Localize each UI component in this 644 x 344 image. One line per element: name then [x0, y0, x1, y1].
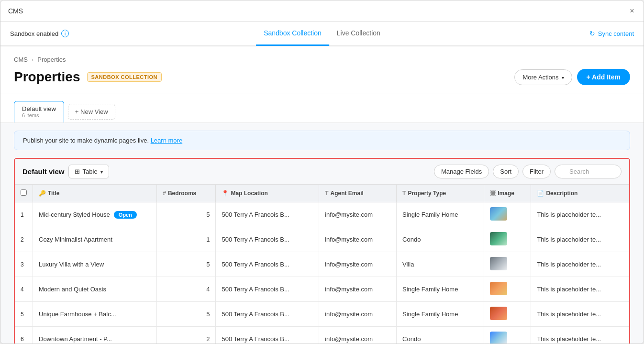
col-bedrooms: #Bedrooms — [157, 185, 216, 202]
main-content: CMS › Properties Properties SANDBOX COLL… — [0, 46, 644, 344]
breadcrumb: CMS › Properties — [14, 56, 630, 63]
cell-description: This is placeholder te... — [531, 302, 629, 327]
sync-icon: ↻ — [589, 30, 595, 37]
cell-title[interactable]: Unique Farmhouse + Balc... — [33, 302, 157, 327]
cell-image — [484, 252, 531, 277]
row-number: 5 — [15, 302, 33, 327]
checkbox-header[interactable] — [15, 185, 33, 202]
col-description: 📄Description — [531, 185, 629, 202]
table-row[interactable]: 3 Luxury Villa with a View 5 500 Terry A… — [15, 252, 629, 277]
table-type-chevron — [100, 168, 103, 175]
property-image — [490, 332, 507, 344]
cell-title[interactable]: Cozy Minimalist Apartment — [33, 227, 157, 252]
filter-button[interactable]: Filter — [522, 165, 551, 178]
breadcrumb-cms[interactable]: CMS — [14, 56, 28, 63]
cell-map-location: 500 Terry A Francois B... — [216, 227, 319, 252]
view-tabs-bar: Default view 6 items + New View — [0, 93, 644, 123]
page-title: Properties — [14, 69, 80, 85]
cms-window: CMS × Sandbox enabled i Sandbox Collecti… — [0, 0, 644, 344]
cell-description: This is placeholder te... — [531, 202, 629, 227]
sandbox-badge: SANDBOX COLLECTION — [87, 72, 162, 82]
table-row[interactable]: 6 Downtown Apartment - P... 2 500 Terry … — [15, 327, 629, 344]
table-row[interactable]: 4 Modern and Quiet Oasis 4 500 Terry A F… — [15, 277, 629, 302]
tab-sandbox-collection[interactable]: Sandbox Collection — [256, 21, 329, 46]
cell-description: This is placeholder te... — [531, 252, 629, 277]
breadcrumb-properties: Properties — [37, 56, 66, 63]
table-row[interactable]: 5 Unique Farmhouse + Balc... 5 500 Terry… — [15, 302, 629, 327]
info-banner: Publish your site to make dynamic pages … — [14, 131, 630, 150]
open-badge: Open — [114, 211, 137, 219]
cell-property-type: Condo — [397, 327, 484, 344]
cell-title[interactable]: Downtown Apartment - P... — [33, 327, 157, 344]
row-number: 4 — [15, 277, 33, 302]
property-image — [490, 257, 507, 270]
property-image — [490, 207, 507, 221]
nav-tabs: Sandbox Collection Live Collection — [256, 21, 388, 46]
cell-image — [484, 202, 531, 227]
cell-property-type: Condo — [397, 227, 484, 252]
tab-live-collection[interactable]: Live Collection — [329, 21, 388, 46]
close-button[interactable]: × — [628, 7, 636, 15]
sync-content-button[interactable]: ↻ Sync content — [589, 30, 634, 37]
cell-bedrooms: 2 — [157, 327, 216, 344]
row-number: 2 — [15, 227, 33, 252]
search-input[interactable]: Search — [555, 165, 622, 178]
breadcrumb-separator: › — [32, 56, 33, 63]
cell-bedrooms: 5 — [157, 302, 216, 327]
manage-fields-button[interactable]: Manage Fields — [434, 165, 489, 178]
cell-bedrooms: 4 — [157, 277, 216, 302]
cell-title[interactable]: Luxury Villa with a View — [33, 252, 157, 277]
add-item-button[interactable]: + Add Item — [577, 69, 630, 85]
data-table: 🔑Title #Bedrooms 📍Map Location TAgent Em… — [15, 185, 629, 344]
table-view-label: Default view — [22, 167, 65, 176]
col-agent-email: TAgent Email — [319, 185, 397, 202]
cell-description: This is placeholder te... — [531, 327, 629, 344]
cell-agent-email: info@mysite.com — [319, 327, 397, 344]
cell-description: This is placeholder te... — [531, 277, 629, 302]
row-number: 1 — [15, 202, 33, 227]
cell-bedrooms: 1 — [157, 227, 216, 252]
cell-image — [484, 227, 531, 252]
cell-title[interactable]: Modern and Quiet Oasis — [33, 277, 157, 302]
cell-title[interactable]: Mid-century Styled HouseOpen — [33, 202, 157, 227]
cell-agent-email: info@mysite.com — [319, 302, 397, 327]
cell-image — [484, 277, 531, 302]
sandbox-enabled-label: Sandbox enabled i — [10, 30, 69, 37]
cell-map-location: 500 Terry A Francois B... — [216, 252, 319, 277]
table-row[interactable]: 1 Mid-century Styled HouseOpen 5 500 Ter… — [15, 202, 629, 227]
sandbox-info-icon[interactable]: i — [61, 30, 69, 37]
more-actions-chevron — [562, 74, 564, 81]
table-section: Default view ⊞ Table Manage Fields Sort … — [14, 158, 630, 344]
learn-more-link[interactable]: Learn more — [151, 137, 182, 144]
cell-agent-email: info@mysite.com — [319, 227, 397, 252]
tab-default-view[interactable]: Default view 6 items — [14, 101, 64, 122]
col-map-location: 📍Map Location — [216, 185, 319, 202]
cell-agent-email: info@mysite.com — [319, 277, 397, 302]
cell-agent-email: info@mysite.com — [319, 202, 397, 227]
table-type-button[interactable]: ⊞ Table — [68, 165, 109, 178]
property-image — [490, 307, 507, 320]
col-image: 🖼Image — [484, 185, 531, 202]
window-title: CMS — [8, 7, 23, 15]
more-actions-button[interactable]: More Actions — [514, 69, 572, 85]
cell-map-location: 500 Terry A Francois B... — [216, 277, 319, 302]
header-actions: More Actions + Add Item — [514, 69, 630, 85]
sort-button[interactable]: Sort — [493, 165, 519, 178]
cell-description: This is placeholder te... — [531, 227, 629, 252]
table-header-row: 🔑Title #Bedrooms 📍Map Location TAgent Em… — [15, 185, 629, 202]
row-number: 3 — [15, 252, 33, 277]
new-view-button[interactable]: + New View — [68, 104, 115, 120]
title-bar: CMS × — [0, 0, 644, 22]
top-nav: Sandbox enabled i Sandbox Collection Liv… — [0, 22, 644, 46]
col-property-type: TProperty Type — [397, 185, 484, 202]
select-all-checkbox[interactable] — [21, 189, 27, 196]
table-row[interactable]: 2 Cozy Minimalist Apartment 1 500 Terry … — [15, 227, 629, 252]
search-wrap: 🔍 Search — [555, 165, 622, 178]
cell-property-type: Villa — [397, 252, 484, 277]
property-image — [490, 282, 507, 295]
row-number: 6 — [15, 327, 33, 344]
page-title-row: Properties SANDBOX COLLECTION More Actio… — [14, 69, 630, 85]
table-icon: ⊞ — [75, 168, 80, 175]
cell-bedrooms: 5 — [157, 252, 216, 277]
property-image — [490, 232, 507, 245]
